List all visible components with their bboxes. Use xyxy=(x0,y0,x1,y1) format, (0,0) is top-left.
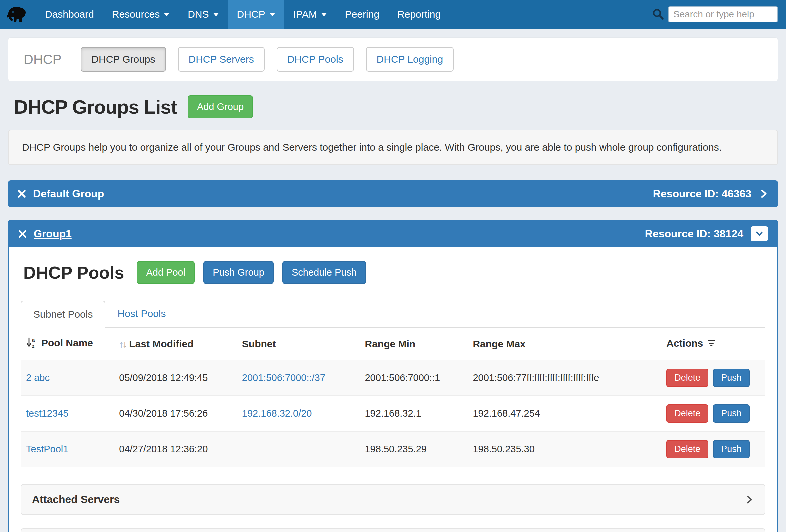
pools-tabs: Subnet Pools Host Pools xyxy=(21,301,765,328)
chevron-down-icon xyxy=(213,13,219,16)
nav-item-dhcp[interactable]: DHCP xyxy=(228,0,284,29)
subnet-link[interactable]: 2001:506:7000::/37 xyxy=(242,372,325,383)
group-name-link[interactable]: Group1 xyxy=(34,228,72,240)
nav-item-label: DHCP xyxy=(237,9,265,20)
tab-label: Host Pools xyxy=(117,308,166,319)
group-panel-group1: Group1 Resource ID: 38124 DHCP Pools Add… xyxy=(8,220,778,532)
provision-logo[interactable] xyxy=(6,0,27,29)
chevron-down-icon xyxy=(321,13,327,16)
tab-host-pools[interactable]: Host Pools xyxy=(105,301,178,327)
group-settings-section[interactable]: Group Settings xyxy=(21,528,765,532)
group-row-default-group[interactable]: Default Group Resource ID: 46363 xyxy=(8,180,778,207)
tab-dhcp-groups[interactable]: DHCP Groups xyxy=(81,47,166,72)
header-label: Range Max xyxy=(473,338,525,349)
nav-item-dns[interactable]: DNS xyxy=(179,0,228,29)
chevron-right-icon xyxy=(745,494,754,505)
pool-name-link[interactable]: 2 abc xyxy=(26,372,50,383)
header-label: Subnet xyxy=(242,338,276,349)
search-icon xyxy=(652,8,665,21)
page-title: DHCP Groups List xyxy=(14,96,177,118)
range-min-cell: 2001:506:7000::1 xyxy=(359,360,467,396)
nav-item-label: Resources xyxy=(112,9,160,20)
add-pool-button[interactable]: Add Pool xyxy=(137,261,195,284)
nav-item-label: IPAM xyxy=(293,9,317,20)
nav-item-resources[interactable]: Resources xyxy=(103,0,179,29)
navbar-spacer xyxy=(450,0,652,29)
header-range-min[interactable]: Range Min xyxy=(359,328,467,360)
tab-dhcp-servers[interactable]: DHCP Servers xyxy=(178,47,265,72)
actions-cell: DeletePush xyxy=(661,360,765,396)
table-row: TestPool1 04/27/2018 12:36:20 198.50.235… xyxy=(21,431,765,467)
search-input[interactable] xyxy=(668,6,778,22)
tab-dhcp-logging[interactable]: DHCP Logging xyxy=(366,47,454,72)
chevron-down-icon xyxy=(164,13,170,16)
tab-dhcp-pools[interactable]: DHCP Pools xyxy=(277,47,354,72)
pool-name-link[interactable]: test12345 xyxy=(26,408,68,419)
subnav-label: DHCP xyxy=(24,52,61,67)
add-group-button[interactable]: Add Group xyxy=(188,95,253,118)
chevron-right-icon[interactable] xyxy=(759,188,769,200)
title-row: DHCP Groups List Add Group xyxy=(14,95,778,118)
schedule-push-button[interactable]: Schedule Push xyxy=(282,261,366,284)
header-pool-name[interactable]: a z Pool Name xyxy=(21,328,114,360)
push-button[interactable]: Push xyxy=(713,404,750,423)
svg-text:a: a xyxy=(32,337,35,343)
group-name: Default Group xyxy=(33,188,104,200)
section-label: Attached Servers xyxy=(32,493,120,506)
delete-button[interactable]: Delete xyxy=(666,369,708,387)
range-max-cell: 198.50.235.30 xyxy=(467,431,661,467)
group1-panel-body: DHCP Pools Add Pool Push Group Schedule … xyxy=(9,247,777,532)
sort-alpha-icon[interactable]: a z xyxy=(26,337,37,351)
range-min-cell: 198.50.235.29 xyxy=(359,431,467,467)
nav-item-dashboard[interactable]: Dashboard xyxy=(36,0,103,29)
group-right: Resource ID: 38124 xyxy=(645,226,768,241)
table-header-row: a z Pool Name ↑↓Last Modified Subnet Ran… xyxy=(21,328,765,360)
resource-id-label: Resource ID: 46363 xyxy=(653,188,751,200)
tab-subnet-pools[interactable]: Subnet Pools xyxy=(21,301,105,328)
svg-text:z: z xyxy=(32,343,35,349)
delete-button[interactable]: Delete xyxy=(666,440,708,458)
nav-item-reporting[interactable]: Reporting xyxy=(388,0,450,29)
page-description: DHCP Groups help you to organize all of … xyxy=(8,130,778,165)
header-subnet[interactable]: Subnet xyxy=(237,328,360,360)
header-label: Range Min xyxy=(365,338,415,349)
push-group-button[interactable]: Push Group xyxy=(203,261,274,284)
pools-header: DHCP Pools Add Pool Push Group Schedule … xyxy=(23,261,765,284)
attached-servers-section[interactable]: Attached Servers xyxy=(21,484,765,515)
nav-item-label: Peering xyxy=(345,9,379,20)
navbar-search xyxy=(652,0,778,29)
header-range-max[interactable]: Range Max xyxy=(467,328,661,360)
collapse-toggle-button[interactable] xyxy=(751,226,768,241)
nav-item-peering[interactable]: Peering xyxy=(336,0,388,29)
resource-id-label: Resource ID: 38124 xyxy=(645,228,743,240)
header-last-modified[interactable]: ↑↓Last Modified xyxy=(114,328,237,360)
close-icon[interactable] xyxy=(17,189,26,198)
pool-name-link[interactable]: TestPool1 xyxy=(26,444,68,454)
group-row-group1[interactable]: Group1 Resource ID: 38124 xyxy=(9,220,777,247)
push-button[interactable]: Push xyxy=(713,440,750,458)
nav-item-label: DNS xyxy=(188,9,209,20)
sort-updown-icon[interactable]: ↑↓ xyxy=(119,339,126,349)
header-actions: Actions xyxy=(661,328,765,360)
top-navbar: Dashboard Resources DNS DHCP IPAM Peerin… xyxy=(0,0,786,29)
delete-button[interactable]: Delete xyxy=(666,404,708,423)
last-modified-cell: 04/30/2018 17:56:26 xyxy=(114,396,237,431)
table-row: 2 abc 05/09/2018 12:49:45 2001:506:7000:… xyxy=(21,360,765,396)
header-label: Last Modified xyxy=(129,338,193,349)
mammoth-logo-icon xyxy=(6,6,27,23)
subnet-pools-table: a z Pool Name ↑↓Last Modified Subnet Ran… xyxy=(21,328,765,467)
range-max-cell: 192.168.47.254 xyxy=(467,396,661,431)
header-label: Actions xyxy=(666,338,703,349)
filter-icon[interactable] xyxy=(707,339,716,350)
last-modified-cell: 04/27/2018 12:36:20 xyxy=(114,431,237,467)
nav-item-label: Reporting xyxy=(397,9,441,20)
subnet-link[interactable]: 192.168.32.0/20 xyxy=(242,408,312,419)
push-button[interactable]: Push xyxy=(713,369,750,387)
range-max-cell: 2001:506:77ff:ffff:ffff:ffff:ffff:fffe xyxy=(467,360,661,396)
last-modified-cell: 05/09/2018 12:49:45 xyxy=(114,360,237,396)
actions-cell: DeletePush xyxy=(661,396,765,431)
nav-item-ipam[interactable]: IPAM xyxy=(284,0,336,29)
chevron-down-icon xyxy=(269,13,275,16)
close-icon[interactable] xyxy=(18,229,27,238)
range-min-cell: 192.168.32.1 xyxy=(359,396,467,431)
